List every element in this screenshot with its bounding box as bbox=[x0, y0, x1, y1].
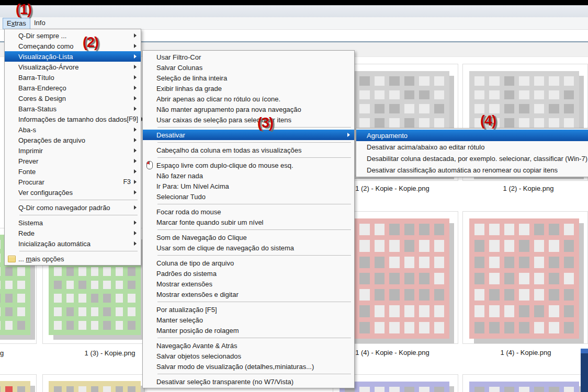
menu-item[interactable]: Prever bbox=[5, 156, 141, 166]
menu-item[interactable]: Manter seleção bbox=[143, 315, 354, 325]
file-label-fragment[interactable]: g bbox=[0, 349, 7, 357]
menu-item[interactable]: Sistema bbox=[5, 217, 141, 228]
menu-item[interactable]: Por atualização [F5] bbox=[143, 304, 354, 315]
menu-item[interactable]: Visualização-Árvore bbox=[5, 62, 141, 72]
menu-item[interactable]: Usar caixas de seleção para selecionar i… bbox=[143, 114, 354, 125]
thumbnail-cell bbox=[359, 104, 369, 113]
menu-item[interactable]: Usar som de clique de navegação do siste… bbox=[143, 243, 354, 253]
menu-item[interactable]: Padrões do sistema bbox=[143, 268, 354, 279]
thumbnail-cell bbox=[419, 289, 429, 301]
menu-item-label: Mostrar extensões bbox=[156, 280, 212, 288]
menu-item[interactable]: Barra-Endereço bbox=[5, 83, 141, 93]
thumbnail-cell bbox=[103, 386, 111, 392]
menu-item-label: Desativar seleção transparente (no W7/Vi… bbox=[156, 378, 293, 386]
thumbnail-cell bbox=[128, 386, 135, 392]
menu-item[interactable]: Abrir apenas ao clicar no rótulo ou ícon… bbox=[143, 94, 354, 104]
menubar-item-extras[interactable]: Extras bbox=[3, 18, 30, 29]
menu-item[interactable]: Imprimir bbox=[5, 145, 141, 156]
menu-item[interactable]: Agrupamento bbox=[356, 130, 588, 141]
thumbnail-cell bbox=[504, 289, 514, 301]
menu-item[interactable]: Aba-s bbox=[5, 124, 141, 135]
menu-item-label: Não manter agrupamento para nova navegaç… bbox=[156, 106, 301, 113]
thumbnail-cell bbox=[489, 90, 499, 100]
menu-item[interactable]: Som de Navegação do Clique bbox=[143, 232, 354, 243]
thumbnail-cell bbox=[474, 305, 484, 317]
menu-item[interactable]: Não fazer nada bbox=[143, 170, 354, 181]
thumbnail-cell bbox=[5, 386, 13, 392]
menu-item[interactable]: Rede bbox=[5, 228, 141, 238]
thumbnail-cell bbox=[434, 76, 444, 86]
thumbnail-cell bbox=[489, 305, 499, 317]
menu-item[interactable]: Começando como bbox=[5, 41, 141, 51]
menu-item[interactable]: Ir Para: Um Nível Acima bbox=[143, 181, 354, 191]
menu-item[interactable]: Operações de arquivo bbox=[5, 135, 141, 145]
thumbnail-cell bbox=[434, 257, 444, 268]
menu-item[interactable]: Ver configurações bbox=[5, 187, 141, 198]
thumbnail-image bbox=[469, 218, 579, 339]
menu-item[interactable]: Desativar bbox=[143, 130, 354, 140]
menu-item[interactable]: Usar Filtro-Cor bbox=[143, 52, 354, 62]
thumbnail-cell bbox=[359, 118, 369, 128]
menu-item[interactable]: Barra-Status bbox=[5, 103, 141, 114]
menu-item[interactable]: Q-Dir como navegador padrão bbox=[5, 202, 141, 213]
menu-item[interactable]: Desativar classificação automática ao re… bbox=[356, 164, 588, 176]
menu-item[interactable]: Salvar Colunas bbox=[143, 62, 354, 73]
menu-item[interactable]: Visualização-Lista bbox=[5, 51, 141, 62]
submenu-arrow-icon bbox=[134, 107, 139, 111]
thumbnail-cell bbox=[549, 257, 559, 268]
menu-item[interactable]: Mostrar extensões bbox=[143, 279, 354, 289]
menu-item[interactable]: Focar roda do mouse bbox=[143, 206, 354, 217]
menu-item[interactable]: ... mais opções bbox=[5, 253, 141, 264]
thumbnail-cell bbox=[116, 386, 123, 392]
file-label[interactable]: 1 (4) - Kopie.png bbox=[468, 349, 583, 356]
menu-item[interactable]: Seleção de linha inteira bbox=[143, 73, 354, 83]
thumbnail-cell bbox=[564, 118, 574, 128]
thumbnail[interactable] bbox=[42, 374, 147, 392]
thumbnail-cell bbox=[534, 273, 544, 284]
thumbnail-cell bbox=[389, 305, 399, 317]
menu-item[interactable]: Salvar modo de visualização (detalhes,mi… bbox=[143, 361, 354, 372]
thumbnail-cell bbox=[17, 386, 25, 392]
menu-item[interactable]: Coluna de tipo de arquivo bbox=[143, 258, 354, 268]
menu-separator bbox=[157, 157, 351, 158]
menu-item[interactable]: Manter posição de rolagem bbox=[143, 325, 354, 336]
thumbnail[interactable] bbox=[462, 211, 588, 344]
menu-item[interactable]: Marcar fonte quando subir um nível bbox=[143, 217, 354, 227]
thumbnail-cell bbox=[389, 387, 399, 392]
menu-item[interactable]: ProcurarF3 bbox=[5, 177, 141, 187]
thumbnail-cell bbox=[128, 281, 135, 290]
menu-item[interactable]: Desabilitar coluna destacada, por exempl… bbox=[356, 153, 588, 164]
submenu-arrow-icon bbox=[134, 205, 139, 210]
menu-item[interactable]: Mostrar extensões e digitar bbox=[143, 289, 354, 299]
menubar-item-info[interactable]: Info bbox=[30, 18, 49, 28]
menu-item-label: Marcar fonte quando subir um nível bbox=[156, 218, 264, 226]
menu-item-label: Seleção de linha inteira bbox=[156, 74, 227, 82]
menu-item[interactable]: Não manter agrupamento para nova navegaç… bbox=[143, 104, 354, 114]
menu-item[interactable]: Navegação Avante & Atrás bbox=[143, 340, 354, 351]
thumbnail-cell bbox=[434, 322, 444, 333]
menu-item[interactable]: Espaço livre com duplo-clique do mouse e… bbox=[143, 160, 354, 170]
menu-item[interactable]: Desativar acima/abaixo ao editar rótulo bbox=[356, 141, 588, 153]
thumbnail[interactable] bbox=[462, 374, 588, 392]
thumbnail-cell bbox=[489, 224, 499, 235]
file-label[interactable]: 1 (2) - Kopie.png bbox=[471, 185, 586, 192]
thumbnail-cell bbox=[549, 289, 559, 301]
menu-item[interactable]: Exibir linhas da grade bbox=[143, 83, 354, 94]
menu-item[interactable]: Selecionar Tudo bbox=[143, 191, 354, 202]
menu-item[interactable]: Fonte bbox=[5, 166, 141, 177]
menu-item-label: Rede bbox=[18, 229, 35, 237]
thumbnail-cell bbox=[519, 387, 529, 392]
menu-item[interactable]: Q-Dir sempre ... bbox=[5, 30, 141, 41]
menu-item[interactable]: Barra-Título bbox=[5, 72, 141, 83]
menu-item[interactable]: Inicialização automática bbox=[5, 238, 141, 249]
menu-item[interactable]: Cabeçalho da coluna em todas as visualiz… bbox=[143, 145, 354, 155]
menu-item-label: Coluna de tipo de arquivo bbox=[156, 259, 234, 267]
menu-item-label: Inicialização automática bbox=[18, 240, 91, 248]
thumbnail-cell bbox=[549, 104, 559, 113]
menu-item[interactable]: Cores & Design bbox=[5, 93, 141, 103]
menu-item[interactable]: Informações de tamanho dos dados[F9] bbox=[5, 114, 141, 124]
menu-item-label: ... mais opções bbox=[18, 255, 64, 263]
menu-item[interactable]: Desativar seleção transparente (no W7/Vi… bbox=[143, 376, 354, 387]
menu-item[interactable]: Salvar objetos selecionados bbox=[143, 351, 354, 361]
thumbnail[interactable] bbox=[0, 374, 37, 392]
